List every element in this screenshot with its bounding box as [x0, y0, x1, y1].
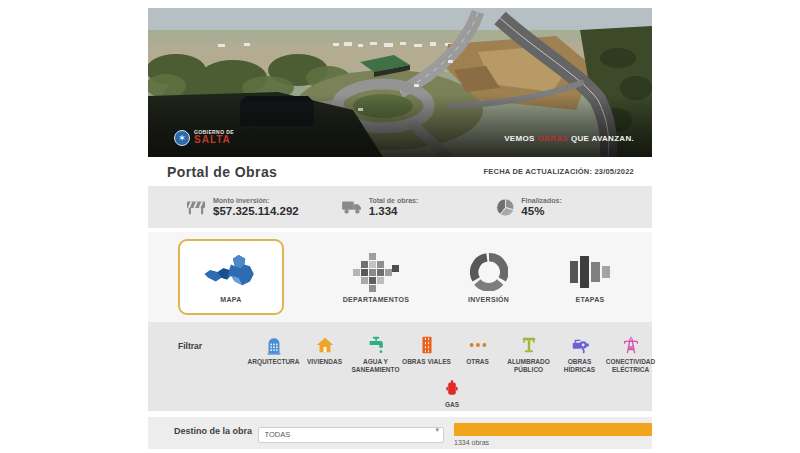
filter-label: ALUMBRADO PÚBLICO: [503, 358, 554, 374]
stat-label: Finalizados:: [521, 197, 561, 204]
filter-arquitectura[interactable]: ARQUITECTURA: [248, 334, 299, 374]
filter-alumbrado-publico[interactable]: ALUMBRADO PÚBLICO: [503, 334, 554, 374]
road-icon: [417, 334, 437, 356]
stat-finalizados: Finalizados: 45%: [496, 197, 652, 217]
filter-viviendas[interactable]: VIVIENDAS: [299, 334, 350, 374]
page-title: Portal de Obras: [167, 164, 277, 180]
selected-card[interactable]: MAPA: [178, 239, 284, 315]
filter-title: Filtrar: [178, 334, 248, 374]
obras-progress-bar: [454, 423, 652, 436]
nav-label: DEPARTAMENTOS: [343, 296, 410, 303]
salta-emblem-icon: ✶: [174, 130, 190, 146]
filter-conectividad-electrica[interactable]: CONECTIVIDAD ELÉCTRICA: [605, 334, 656, 374]
filter-obras-hidricas[interactable]: OBRAS HÍDRICAS: [554, 334, 605, 374]
filter-label: VIVIENDAS: [307, 358, 342, 366]
tagline-word2: QUE AVANZAN.: [571, 134, 634, 143]
tagline-word1: VEMOS: [504, 134, 534, 143]
filter-label: ARQUITECTURA: [248, 358, 300, 366]
hero-banner: ✶ GOBIERNO DE SALTA VEMOS OBRAS QUE AVAN…: [148, 8, 652, 157]
filter-gas[interactable]: GAS: [401, 377, 503, 409]
portal-de-obras-page: ✶ GOBIERNO DE SALTA VEMOS OBRAS QUE AVAN…: [0, 0, 800, 453]
donut-chart-icon: [470, 251, 508, 293]
destino-select[interactable]: TODAS: [258, 427, 444, 443]
obras-count-caption: 1334 obras: [454, 439, 652, 446]
nav-label: INVERSIÓN: [468, 296, 509, 303]
nav-item-departamentos[interactable]: DEPARTAMENTOS: [343, 251, 410, 303]
stat-monto-inversion: Monto inversión: $57.325.114.292: [185, 197, 341, 217]
filter-section: Filtrar ARQUITECTURA: [148, 322, 652, 411]
building-icon: [264, 334, 284, 356]
house-icon: [315, 334, 335, 356]
nav-label: ETAPAS: [575, 296, 604, 303]
faucet-icon: [366, 334, 386, 356]
departments-grid-icon: [353, 251, 399, 293]
filter-label: AGUA Y SANEAMIENTO: [350, 358, 401, 374]
nav-item-inversion[interactable]: INVERSIÓN: [468, 251, 509, 303]
stat-total-obras: Total de obras: 1.334: [341, 197, 497, 217]
street-light-icon: [519, 334, 539, 356]
nav-item-mapa[interactable]: MAPA: [178, 239, 284, 315]
filter-otras[interactable]: OTRAS: [452, 334, 503, 374]
filter-label: OTRAS: [466, 358, 489, 366]
power-tower-icon: [621, 334, 641, 356]
footer-filter-bar: Destino de la obra TODAS ▾ 1334 obras: [148, 417, 652, 449]
destino-label: Destino de la obra: [174, 423, 258, 436]
filter-label: CONECTIVIDAD ELÉCTRICA: [605, 358, 656, 374]
stat-label: Total de obras:: [369, 197, 419, 204]
stats-bar: Monto inversión: $57.325.114.292 Total d…: [148, 186, 652, 228]
bar-chart-icon: [568, 251, 612, 293]
water-pump-icon: [570, 334, 590, 356]
filter-label: OBRAS VIALES: [402, 358, 451, 366]
barrier-icon: [185, 198, 207, 216]
filter-agua-y-saneamiento[interactable]: AGUA Y SANEAMIENTO: [350, 334, 401, 374]
tagline-highlight: OBRAS: [538, 134, 568, 143]
hero-tagline: VEMOS OBRAS QUE AVANZAN.: [504, 134, 634, 143]
nav-item-etapas[interactable]: ETAPAS: [568, 251, 612, 303]
truck-icon: [341, 198, 363, 216]
stat-label: Monto inversión:: [213, 197, 299, 204]
map-icon: [202, 251, 260, 293]
view-switcher: MAPA DEPARTA: [148, 232, 652, 322]
filter-obras-viales[interactable]: OBRAS VIALES: [401, 334, 452, 374]
obras-count-group: 1334 obras: [454, 423, 652, 446]
pie-chart-icon: [496, 198, 515, 217]
stat-value: 45%: [521, 205, 561, 217]
destino-select-wrap: TODAS ▾: [258, 423, 444, 439]
gobierno-de-salta-logo: ✶ GOBIERNO DE SALTA: [174, 130, 234, 146]
stat-value: 1.334: [369, 205, 419, 217]
nav-label: MAPA: [220, 296, 241, 303]
stat-value: $57.325.114.292: [213, 205, 299, 217]
gas-tank-icon: [442, 377, 462, 399]
ellipsis-icon: [468, 334, 488, 356]
filter-label: OBRAS HÍDRICAS: [554, 358, 605, 374]
logo-line2: SALTA: [194, 135, 234, 146]
update-date-label: FECHA DE ACTUALIZACIÓN: 23/05/2022: [484, 167, 634, 176]
header-row: Portal de Obras FECHA DE ACTUALIZACIÓN: …: [148, 157, 652, 186]
filter-label: GAS: [445, 401, 459, 409]
